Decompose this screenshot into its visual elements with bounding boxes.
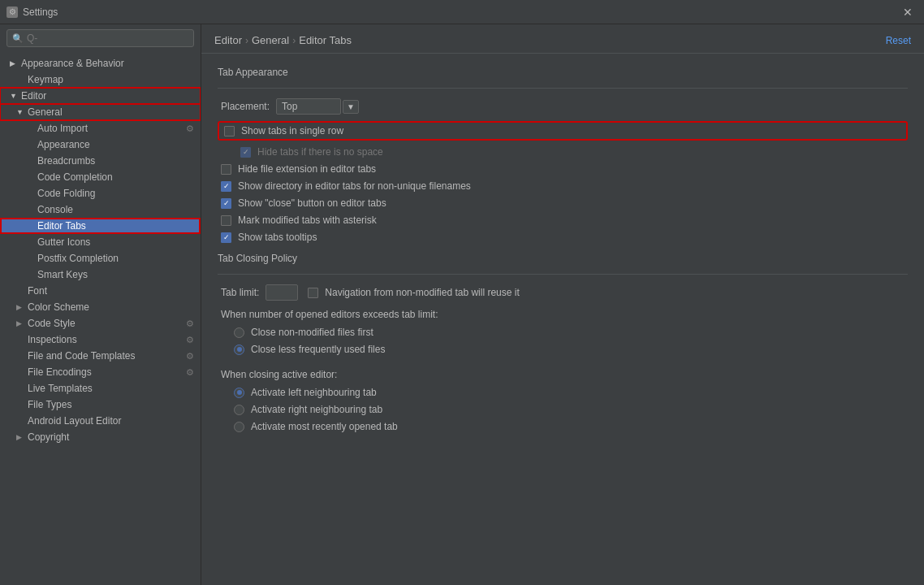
mark-modified-row: Mark modified tabs with asterisk bbox=[218, 214, 908, 226]
when-exceed-label: When number of opened editors exceeds ta… bbox=[221, 309, 438, 320]
section-divider-2 bbox=[218, 274, 908, 275]
search-box[interactable]: 🔍 bbox=[6, 29, 194, 47]
hide-file-extension-checkbox[interactable] bbox=[221, 164, 231, 175]
sidebar-item-label: Android Layout Editor bbox=[28, 415, 121, 427]
sidebar-item-keymap[interactable]: Keymap bbox=[0, 72, 201, 88]
show-tooltips-checkbox[interactable] bbox=[221, 232, 231, 243]
close-non-modified-row: Close non-modified files first bbox=[218, 327, 908, 338]
sidebar-item-color-scheme[interactable]: ▶ Color Scheme bbox=[0, 299, 201, 315]
when-exceed-row: When number of opened editors exceeds ta… bbox=[218, 307, 908, 327]
sidebar-item-breadcrumbs[interactable]: Breadcrumbs bbox=[0, 153, 201, 169]
sidebar-item-file-code-templates[interactable]: File and Code Templates ⚙ bbox=[0, 348, 201, 364]
reset-link[interactable]: Reset bbox=[886, 35, 911, 46]
sidebar-item-label: Breadcrumbs bbox=[37, 155, 95, 167]
titlebar-title: Settings bbox=[23, 6, 58, 18]
tab-limit-label: Tab limit: bbox=[221, 287, 259, 298]
activate-left-radio[interactable] bbox=[234, 388, 244, 398]
breadcrumb: Editor › General › Editor Tabs bbox=[214, 34, 352, 46]
sidebar: 🔍 ▶ Appearance & Behavior Keymap ▼ Edito… bbox=[0, 24, 201, 585]
nav-reuse-checkbox[interactable] bbox=[308, 288, 318, 298]
sidebar-item-postfix-completion[interactable]: Postfix Completion bbox=[0, 250, 201, 266]
hide-tabs-no-space-label: Hide tabs if there is no space bbox=[257, 146, 383, 158]
close-less-frequent-label[interactable]: Close less frequently used files bbox=[251, 344, 385, 355]
sidebar-item-label: Color Scheme bbox=[28, 301, 89, 313]
sidebar-item-code-completion[interactable]: Code Completion bbox=[0, 169, 201, 185]
when-closing-row: When closing active editor: bbox=[218, 361, 908, 387]
arrow-icon: ▶ bbox=[16, 319, 24, 327]
placement-dropdown-arrow[interactable]: ▼ bbox=[343, 100, 359, 114]
sidebar-item-label: Editor Tabs bbox=[37, 220, 86, 232]
content-header: Editor › General › Editor Tabs Reset bbox=[201, 24, 924, 54]
arrow-icon: ▶ bbox=[16, 303, 24, 311]
placement-dropdown-container: Top ▼ bbox=[276, 98, 359, 115]
content-panel: Editor › General › Editor Tabs Reset Tab… bbox=[201, 24, 924, 585]
tab-limit-row: Tab limit: 10 Navigation from non-modifi… bbox=[218, 284, 908, 301]
activate-right-radio[interactable] bbox=[234, 405, 244, 415]
show-directory-row: Show directory in editor tabs for non-un… bbox=[218, 180, 908, 192]
sidebar-item-console[interactable]: Console bbox=[0, 202, 201, 218]
breadcrumb-general: General bbox=[252, 34, 289, 46]
sidebar-item-file-encodings[interactable]: File Encodings ⚙ bbox=[0, 364, 201, 380]
close-non-modified-radio[interactable] bbox=[234, 327, 244, 338]
tab-limit-input[interactable]: 10 bbox=[266, 284, 298, 301]
show-directory-checkbox[interactable] bbox=[221, 181, 231, 192]
tab-appearance-section-title: Tab Appearance bbox=[218, 67, 908, 78]
activate-recent-label[interactable]: Activate most recently opened tab bbox=[251, 421, 398, 432]
arrow-icon: ▶ bbox=[10, 59, 18, 67]
settings-icon: ⚙ bbox=[186, 367, 194, 378]
sidebar-item-inspections[interactable]: Inspections ⚙ bbox=[0, 332, 201, 348]
sidebar-item-appearance-behavior[interactable]: ▶ Appearance & Behavior bbox=[0, 55, 201, 72]
arrow-icon: ▶ bbox=[16, 433, 24, 441]
show-tabs-single-row-label[interactable]: Show tabs in single row bbox=[241, 125, 343, 136]
sidebar-item-copyright[interactable]: ▶ Copyright bbox=[0, 429, 201, 445]
sidebar-item-label: Inspections bbox=[28, 334, 77, 345]
activate-left-label[interactable]: Activate left neighbouring tab bbox=[251, 387, 377, 398]
close-button[interactable]: ✕ bbox=[898, 4, 918, 20]
sidebar-item-label: General bbox=[28, 106, 63, 118]
placement-row: Placement: Top ▼ bbox=[218, 98, 908, 115]
close-non-modified-label[interactable]: Close non-modified files first bbox=[251, 327, 373, 338]
arrow-icon: ▼ bbox=[16, 108, 24, 116]
show-directory-label[interactable]: Show directory in editor tabs for non-un… bbox=[238, 180, 471, 192]
settings-icon: ⚙ bbox=[186, 335, 194, 345]
breadcrumb-sep-2: › bbox=[292, 35, 296, 46]
show-close-button-checkbox[interactable] bbox=[221, 198, 231, 209]
sidebar-item-smart-keys[interactable]: Smart Keys bbox=[0, 266, 201, 283]
sidebar-item-label: Appearance bbox=[37, 139, 90, 150]
activate-right-label[interactable]: Activate right neighbouring tab bbox=[251, 404, 382, 415]
close-less-frequent-row: Close less frequently used files bbox=[218, 344, 908, 355]
sidebar-item-gutter-icons[interactable]: Gutter Icons bbox=[0, 234, 201, 250]
placement-dropdown[interactable]: Top bbox=[276, 98, 341, 115]
titlebar: ⚙ Settings ✕ bbox=[0, 0, 924, 24]
show-tabs-single-row-checkbox[interactable] bbox=[224, 126, 235, 136]
arrow-icon: ▼ bbox=[10, 92, 18, 100]
activate-recent-row: Activate most recently opened tab bbox=[218, 421, 908, 432]
breadcrumb-editor: Editor bbox=[214, 34, 242, 46]
activate-recent-radio[interactable] bbox=[234, 422, 244, 432]
sidebar-item-auto-import[interactable]: Auto Import ⚙ bbox=[0, 120, 201, 136]
mark-modified-checkbox[interactable] bbox=[221, 215, 231, 226]
sidebar-item-file-types[interactable]: File Types bbox=[0, 396, 201, 413]
sidebar-item-appearance[interactable]: Appearance bbox=[0, 136, 201, 153]
sidebar-item-editor[interactable]: ▼ Editor bbox=[0, 88, 201, 104]
sidebar-item-general[interactable]: ▼ General bbox=[0, 104, 201, 120]
sidebar-item-label: File Types bbox=[28, 399, 71, 410]
activate-right-row: Activate right neighbouring tab bbox=[218, 404, 908, 415]
sidebar-item-code-folding[interactable]: Code Folding bbox=[0, 185, 201, 202]
settings-icon: ⚙ bbox=[186, 124, 194, 134]
mark-modified-label[interactable]: Mark modified tabs with asterisk bbox=[238, 214, 377, 226]
show-close-button-label[interactable]: Show "close" button on editor tabs bbox=[238, 197, 386, 209]
content-body: Tab Appearance Placement: Top ▼ Show tab… bbox=[201, 54, 924, 585]
sidebar-item-code-style[interactable]: ▶ Code Style ⚙ bbox=[0, 315, 201, 332]
sidebar-item-label: Code Style bbox=[28, 318, 76, 329]
close-less-frequent-radio[interactable] bbox=[234, 344, 244, 355]
search-input[interactable] bbox=[27, 32, 188, 44]
hide-file-extension-label[interactable]: Hide file extension in editor tabs bbox=[238, 163, 376, 175]
sidebar-item-live-templates[interactable]: Live Templates bbox=[0, 380, 201, 396]
show-tooltips-label[interactable]: Show tabs tooltips bbox=[238, 232, 317, 243]
sidebar-item-label: Gutter Icons bbox=[37, 236, 90, 248]
sidebar-item-android-layout-editor[interactable]: Android Layout Editor bbox=[0, 413, 201, 429]
sidebar-item-font[interactable]: Font bbox=[0, 283, 201, 299]
sidebar-item-editor-tabs[interactable]: Editor Tabs bbox=[0, 218, 201, 234]
sidebar-item-label: Auto Import bbox=[37, 123, 88, 134]
